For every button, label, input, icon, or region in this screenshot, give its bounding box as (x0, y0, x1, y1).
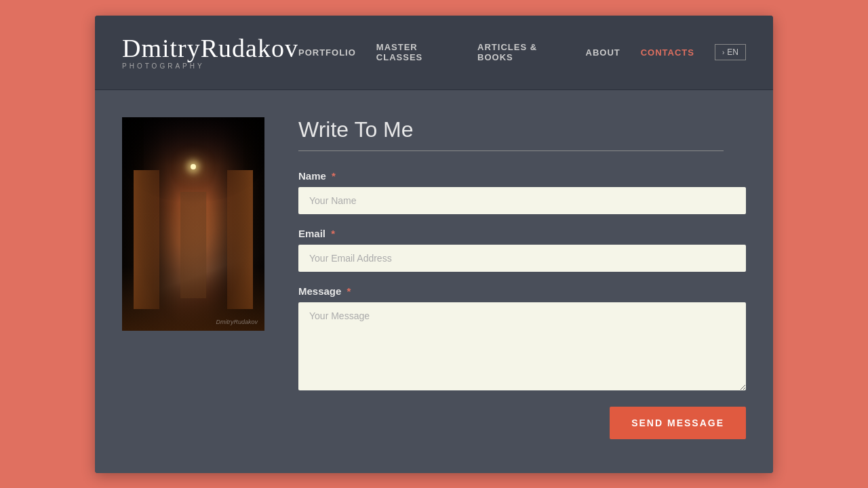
name-field-group: Name * (298, 170, 746, 214)
submit-row: SEND MESSAGE (298, 407, 746, 439)
contact-form-area: Write To Me Name * Email * Message (298, 117, 746, 439)
photo-container: DmitryRudakov (122, 117, 264, 331)
send-message-button[interactable]: SEND MESSAGE (610, 407, 746, 439)
photo-light (191, 164, 196, 169)
lang-label: EN (727, 47, 738, 57)
name-label: Name * (298, 170, 746, 182)
message-textarea[interactable] (298, 302, 746, 390)
nav-master-classes[interactable]: MASTER CLASSES (376, 42, 457, 62)
nav-articles-books[interactable]: ARTICLES & BOOKS (477, 42, 565, 62)
name-input[interactable] (298, 187, 746, 214)
main-content: DmitryRudakov Write To Me Name * Email * (95, 90, 773, 473)
browser-window: DmitryRudakov PHOTOGRAPHY PORTFOLIO MAST… (95, 16, 773, 473)
email-field-group: Email * (298, 228, 746, 272)
form-title-divider (298, 150, 724, 151)
photo-watermark: DmitryRudakov (216, 319, 258, 325)
email-label: Email * (298, 228, 746, 239)
nav-portfolio[interactable]: PORTFOLIO (298, 47, 356, 58)
message-required-marker: * (347, 285, 351, 297)
logo-subtitle: PHOTOGRAPHY (122, 62, 205, 70)
name-required-marker: * (332, 170, 336, 182)
form-title: Write To Me (298, 117, 746, 142)
message-label: Message * (298, 285, 746, 297)
logo[interactable]: DmitryRudakov PHOTOGRAPHY (122, 35, 298, 70)
logo-name: DmitryRudakov (122, 35, 298, 61)
nav-about[interactable]: ABOUT (586, 47, 620, 58)
lang-arrow-icon: › (722, 49, 724, 56)
message-field-group: Message * (298, 285, 746, 393)
email-input[interactable] (298, 245, 746, 272)
email-required-marker: * (331, 228, 335, 239)
language-switcher[interactable]: › EN (715, 44, 746, 60)
main-nav: PORTFOLIO MASTER CLASSES ARTICLES & BOOK… (298, 42, 746, 62)
nav-contacts[interactable]: CONTACTS (641, 47, 694, 58)
featured-photo: DmitryRudakov (122, 117, 264, 331)
header: DmitryRudakov PHOTOGRAPHY PORTFOLIO MAST… (95, 16, 773, 90)
